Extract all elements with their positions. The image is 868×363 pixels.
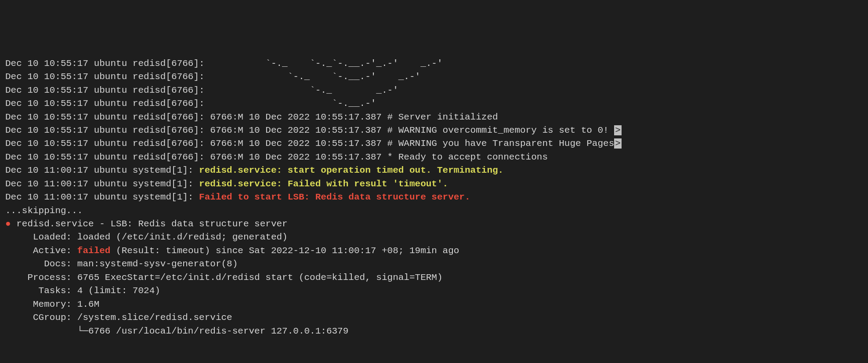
cgroup-label: CGroup: bbox=[5, 312, 77, 323]
log-warning: redisd.service: Failed with result 'time… bbox=[199, 179, 448, 189]
log-message: 6766:M 10 Dec 2022 10:55:17.387 # WARNIN… bbox=[205, 138, 615, 149]
service-title: redisd.service - LSB: Redis data structu… bbox=[11, 219, 288, 229]
docs-line: Docs: man:systemd-sysv-generator(8) bbox=[5, 258, 863, 271]
log-prefix: Dec 10 10:55:17 ubuntu redisd[6766]: bbox=[5, 152, 205, 162]
log-line: Dec 10 10:55:17 ubuntu redisd[6766]: 676… bbox=[5, 124, 863, 137]
skipping-line: ...skipping... bbox=[5, 204, 863, 218]
memory-label: Memory: bbox=[5, 299, 77, 309]
memory-line: Memory: 1.6M bbox=[5, 298, 863, 311]
active-state: failed bbox=[77, 246, 111, 256]
log-line: Dec 10 10:55:17 ubuntu redisd[6766]: `-.… bbox=[5, 70, 863, 83]
active-line: Active: failed (Result: timeout) since S… bbox=[5, 244, 863, 258]
log-prefix: Dec 10 10:55:17 ubuntu redisd[6766]: bbox=[5, 58, 205, 69]
loaded-line: Loaded: loaded (/etc/init.d/redisd; gene… bbox=[5, 231, 863, 244]
cgroup-value: /system.slice/redisd.service bbox=[77, 312, 232, 323]
scroll-indicator: > bbox=[614, 125, 622, 135]
process-line: Process: 6765 ExecStart=/etc/init.d/redi… bbox=[5, 271, 863, 284]
process-label: Process: bbox=[5, 272, 77, 283]
log-line: Dec 10 11:00:17 ubuntu systemd[1]: redis… bbox=[5, 164, 863, 177]
log-prefix: Dec 10 10:55:17 ubuntu redisd[6766]: bbox=[5, 72, 205, 82]
tasks-label: Tasks: bbox=[5, 286, 77, 296]
scroll-indicator: > bbox=[614, 138, 622, 149]
log-message: 6766:M 10 Dec 2022 10:55:17.387 # Server… bbox=[205, 112, 498, 122]
log-line: Dec 10 11:00:17 ubuntu systemd[1]: Faile… bbox=[5, 191, 863, 204]
docs-label: Docs: bbox=[5, 259, 77, 269]
log-line: Dec 10 10:55:17 ubuntu redisd[6766]: 676… bbox=[5, 137, 863, 150]
active-detail: (Result: timeout) since Sat 2022-12-10 1… bbox=[110, 246, 459, 256]
log-warning: redisd.service: start operation timed ou… bbox=[199, 165, 503, 175]
log-message: 6766:M 10 Dec 2022 10:55:17.387 # WARNIN… bbox=[205, 125, 615, 135]
cgroup-line: CGroup: /system.slice/redisd.service bbox=[5, 311, 863, 324]
log-message: `-._ `-._`-.__.-'_.-' _.-' bbox=[205, 58, 443, 69]
log-message: `-._ _.-' bbox=[205, 85, 398, 95]
docs-value: man:systemd-sysv-generator(8) bbox=[77, 259, 238, 269]
active-label: Active: bbox=[5, 246, 77, 256]
tasks-value: 4 (limit: 7024) bbox=[77, 286, 160, 296]
terminal-output: Dec 10 10:55:17 ubuntu redisd[6766]: `-.… bbox=[5, 57, 863, 338]
memory-value: 1.6M bbox=[77, 299, 99, 309]
loaded-value: loaded (/etc/init.d/redisd; generated) bbox=[77, 232, 288, 242]
log-line: Dec 10 10:55:17 ubuntu redisd[6766]: `-.… bbox=[5, 57, 863, 70]
log-line: Dec 10 10:55:17 ubuntu redisd[6766]: `-.… bbox=[5, 84, 863, 97]
loaded-label: Loaded: bbox=[5, 232, 77, 242]
log-prefix: Dec 10 10:55:17 ubuntu redisd[6766]: bbox=[5, 125, 205, 135]
log-error: Failed to start LSB: Redis data structur… bbox=[199, 192, 470, 202]
log-prefix: Dec 10 11:00:17 ubuntu systemd[1]: bbox=[5, 179, 199, 189]
log-message: 6766:M 10 Dec 2022 10:55:17.387 * Ready … bbox=[205, 152, 548, 162]
process-value: 6765 ExecStart=/etc/init.d/redisd start … bbox=[77, 272, 443, 283]
log-line: Dec 10 10:55:17 ubuntu redisd[6766]: `-.… bbox=[5, 97, 863, 110]
log-message: `-.__.-' bbox=[205, 98, 376, 109]
cgroup-child-line: └─6766 /usr/local/bin/redis-server 127.0… bbox=[5, 325, 863, 338]
log-prefix: Dec 10 10:55:17 ubuntu redisd[6766]: bbox=[5, 138, 205, 149]
log-prefix: Dec 10 11:00:17 ubuntu systemd[1]: bbox=[5, 192, 199, 202]
log-prefix: Dec 10 11:00:17 ubuntu systemd[1]: bbox=[5, 165, 199, 175]
log-line: Dec 10 10:55:17 ubuntu redisd[6766]: 676… bbox=[5, 111, 863, 124]
log-line: Dec 10 11:00:17 ubuntu systemd[1]: redis… bbox=[5, 178, 863, 191]
log-prefix: Dec 10 10:55:17 ubuntu redisd[6766]: bbox=[5, 85, 205, 95]
log-prefix: Dec 10 10:55:17 ubuntu redisd[6766]: bbox=[5, 112, 205, 122]
service-header: ● redisd.service - LSB: Redis data struc… bbox=[5, 218, 863, 231]
tasks-line: Tasks: 4 (limit: 7024) bbox=[5, 284, 863, 298]
status-bullet-icon: ● bbox=[5, 219, 11, 229]
log-prefix: Dec 10 10:55:17 ubuntu redisd[6766]: bbox=[5, 98, 205, 109]
log-line: Dec 10 10:55:17 ubuntu redisd[6766]: 676… bbox=[5, 151, 863, 164]
log-message: `-._ `-.__.-' _.-' bbox=[205, 72, 420, 82]
